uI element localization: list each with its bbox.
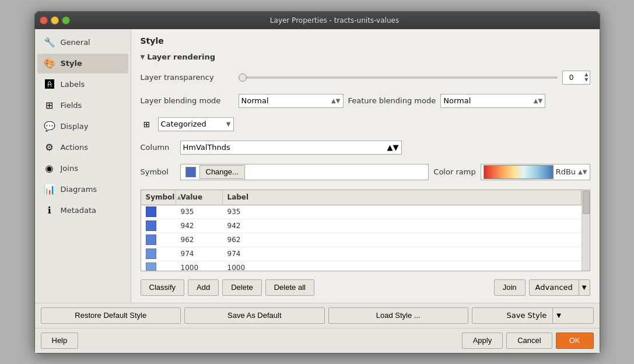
td-value-0: 935: [176, 205, 223, 219]
advanced-button[interactable]: Advanced ▼: [529, 279, 590, 296]
cancel-button[interactable]: Cancel: [506, 332, 552, 349]
save-style-button[interactable]: Save Style ▼: [472, 307, 594, 324]
transparency-slider[interactable]: [239, 72, 558, 83]
column-value: HmValThnds: [183, 143, 230, 152]
ok-button[interactable]: OK: [556, 332, 594, 349]
sym-swatch-0: [146, 206, 156, 217]
symbol-preview: Change...: [180, 164, 429, 180]
renderer-select[interactable]: Categorized ▼: [158, 117, 234, 131]
sidebar-label-labels: Labels: [61, 80, 85, 89]
column-row: Column HmValThnds ▲▼: [141, 141, 590, 155]
titlebar-buttons: [40, 16, 70, 24]
sidebar-label-diagrams: Diagrams: [61, 185, 97, 194]
spinbox-arrows: ▲ ▼: [583, 71, 589, 84]
help-button[interactable]: Help: [41, 332, 79, 349]
joins-icon: ◉: [43, 162, 56, 175]
td-value-3: 974: [176, 247, 223, 261]
collapse-arrow-icon: ▼: [141, 54, 145, 60]
restore-default-style-button[interactable]: Restore Default Style: [41, 307, 181, 324]
renderer-value: Categorized: [161, 120, 206, 128]
sidebar-item-diagrams[interactable]: 📊 Diagrams: [37, 180, 128, 200]
sidebar-item-style[interactable]: 🎨 Style: [37, 54, 128, 74]
blending-row: Layer blending mode Normal ▲▼ Feature bl…: [141, 94, 590, 108]
layer-blending-arrow-icon: ▲▼: [331, 97, 340, 104]
feature-blending-value: Normal: [443, 96, 471, 105]
add-button[interactable]: Add: [188, 279, 219, 296]
sidebar-item-actions[interactable]: ⚙ Actions: [37, 138, 128, 158]
renderer-icon: ⊞: [141, 118, 153, 131]
symbol-table: Symbol ▲ Value Label: [141, 190, 590, 271]
blending-label: Layer blending mode: [141, 96, 234, 105]
spin-down-icon[interactable]: ▼: [584, 78, 588, 82]
column-select[interactable]: HmValThnds ▲▼: [180, 141, 402, 155]
transparency-spinbox[interactable]: ▲ ▼: [562, 71, 590, 85]
titlebar: Layer Properties - tracts-units-values: [35, 12, 600, 29]
sidebar-item-display[interactable]: 💬 Display: [37, 117, 128, 136]
sym-swatch-1: [146, 220, 156, 231]
window-title: Layer Properties - tracts-units-values: [75, 16, 595, 24]
table-header: Symbol ▲ Value Label: [141, 190, 582, 205]
table-scrollbar[interactable]: [582, 190, 590, 271]
td-value-4: 1000: [176, 261, 223, 271]
sidebar-item-metadata[interactable]: ℹ Metadata: [37, 201, 128, 220]
spin-up-icon[interactable]: ▲: [584, 72, 588, 77]
symbol-color-swatch: [185, 167, 196, 177]
sidebar-item-fields[interactable]: ⊞ Fields: [37, 96, 128, 116]
sym-swatch-3: [146, 249, 156, 259]
table-row[interactable]: 1000 1000: [141, 261, 582, 271]
layer-rendering-header[interactable]: ▼ Layer rendering: [141, 52, 590, 61]
sidebar-item-joins[interactable]: ◉ Joins: [37, 159, 128, 178]
actions-icon: ⚙: [43, 141, 56, 154]
table-row[interactable]: 974 974: [141, 247, 582, 261]
th-value: Value: [176, 190, 223, 205]
color-ramp-select[interactable]: RdBu ▲▼: [481, 164, 590, 180]
th-label-label: Label: [227, 193, 249, 201]
td-value-2: 962: [176, 233, 223, 247]
th-symbol: Symbol ▲: [141, 190, 176, 205]
table-row[interactable]: 935 935: [141, 205, 582, 219]
delete-all-button[interactable]: Delete all: [265, 279, 314, 296]
sidebar-label-joins: Joins: [61, 164, 78, 173]
sidebar-item-general[interactable]: 🔧 General: [37, 33, 128, 52]
change-button[interactable]: Change...: [199, 165, 245, 179]
sym-swatch-4: [146, 262, 156, 271]
td-symbol-1: [141, 219, 176, 233]
classify-button[interactable]: Classify: [141, 279, 185, 296]
minimize-icon[interactable]: [51, 16, 59, 24]
categorized-row: ⊞ Categorized ▼: [141, 117, 590, 131]
color-ramp-label: Color ramp: [433, 167, 475, 176]
close-icon[interactable]: [40, 16, 48, 24]
symbol-label: Symbol: [141, 167, 176, 176]
table-row[interactable]: 942 942: [141, 219, 582, 233]
feature-blending-select[interactable]: Normal ▲▼: [440, 94, 545, 108]
diagrams-icon: 📊: [43, 183, 56, 196]
layer-rendering-label: Layer rendering: [147, 52, 215, 61]
scrollbar-thumb[interactable]: [583, 191, 590, 214]
transparency-input[interactable]: [563, 73, 580, 82]
slider-thumb[interactable]: [239, 74, 247, 82]
td-label-1: 942: [223, 219, 582, 233]
delete-button[interactable]: Delete: [222, 279, 262, 296]
sidebar-item-labels[interactable]: 🅰 Labels: [37, 75, 128, 94]
table-body: 935 935 942 942: [141, 205, 582, 271]
labels-icon: 🅰: [43, 78, 56, 91]
main-window: Layer Properties - tracts-units-values 🔧…: [34, 11, 600, 354]
sidebar-label-actions: Actions: [61, 143, 89, 152]
fields-icon: ⊞: [43, 99, 56, 112]
column-arrow-icon: ▲▼: [387, 143, 399, 152]
advanced-label: Advanced: [530, 283, 579, 292]
load-style-button[interactable]: Load Style ...: [328, 307, 469, 324]
color-ramp-preview: [484, 165, 554, 179]
save-as-default-button[interactable]: Save As Default: [184, 307, 325, 324]
join-button[interactable]: Join: [494, 279, 526, 296]
color-ramp-section: Color ramp RdBu ▲▼: [433, 164, 590, 180]
save-style-arrow-icon: ▼: [552, 308, 565, 323]
layer-blending-select[interactable]: Normal ▲▼: [239, 94, 344, 108]
metadata-icon: ℹ: [43, 204, 56, 217]
window-body: 🔧 General 🎨 Style 🅰 Labels ⊞ Fields 💬: [35, 29, 600, 353]
main-area: 🔧 General 🎨 Style 🅰 Labels ⊞ Fields 💬: [35, 29, 600, 303]
apply-button[interactable]: Apply: [462, 332, 503, 349]
maximize-icon[interactable]: [62, 16, 70, 24]
table-row[interactable]: 962 962: [141, 233, 582, 247]
action-row: Classify Add Delete Delete all Join Adva…: [141, 279, 590, 296]
